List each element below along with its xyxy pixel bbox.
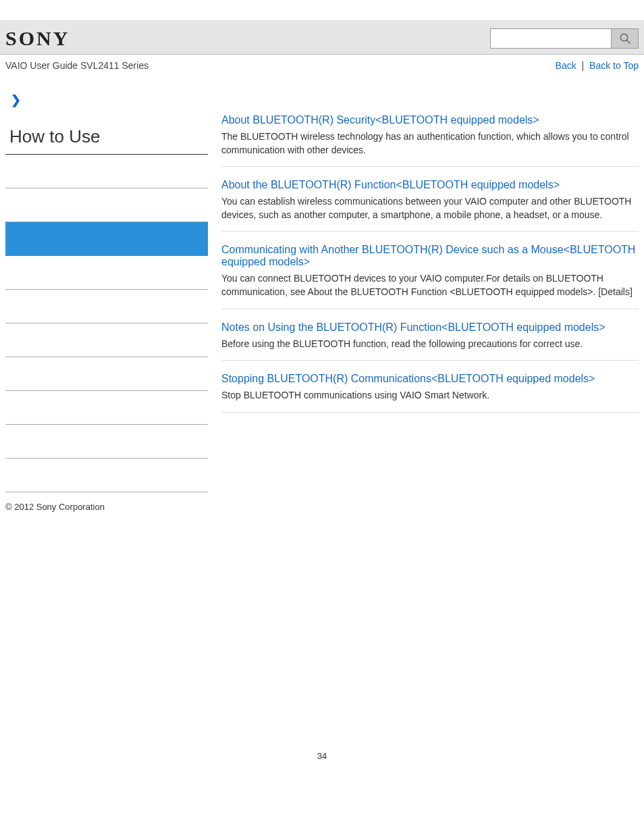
page-number: 34 bbox=[0, 751, 644, 781]
nav-list bbox=[5, 155, 208, 492]
header-bar: SONY bbox=[0, 20, 644, 55]
subheader: VAIO User Guide SVL2411 Series Back | Ba… bbox=[0, 55, 644, 76]
nav-item-5[interactable] bbox=[5, 323, 208, 357]
search-box bbox=[490, 28, 639, 49]
article-link[interactable]: Notes on Using the BLUETOOTH(R) Function… bbox=[221, 321, 606, 333]
nav-item-1[interactable] bbox=[5, 188, 208, 222]
article-body: The BLUETOOTH wireless technology has an… bbox=[221, 130, 639, 157]
nav-item-4[interactable] bbox=[5, 290, 208, 323]
nav-item-3[interactable] bbox=[5, 256, 208, 290]
svg-point-0 bbox=[620, 34, 628, 41]
copyright: © 2012 Sony Corporation bbox=[5, 502, 105, 512]
article: Stopping BLUETOOTH(R) Communications<BLU… bbox=[221, 373, 639, 413]
article-body: You can connect BLUETOOTH devices to you… bbox=[221, 272, 639, 298]
article-title: Notes on Using the BLUETOOTH(R) Function… bbox=[221, 321, 639, 334]
back-link[interactable]: Back bbox=[556, 60, 576, 71]
article: Notes on Using the BLUETOOTH(R) Function… bbox=[221, 321, 639, 361]
svg-line-1 bbox=[626, 40, 630, 43]
nav-item-0[interactable] bbox=[5, 155, 208, 188]
article-title: Communicating with Another BLUETOOTH(R) … bbox=[221, 244, 639, 268]
main-content: About BLUETOOTH(R) Security<BLUETOOTH eq… bbox=[221, 82, 639, 492]
article-body: You can establish wireless communication… bbox=[221, 195, 639, 221]
back-to-top-link[interactable]: Back to Top bbox=[589, 60, 639, 71]
nav-item-2[interactable] bbox=[5, 222, 208, 256]
article: About BLUETOOTH(R) Security<BLUETOOTH eq… bbox=[221, 114, 639, 167]
separator: | bbox=[582, 60, 585, 71]
article-body: Before using the BLUETOOTH function, rea… bbox=[221, 338, 639, 351]
logo: SONY bbox=[5, 27, 70, 50]
article-link[interactable]: About BLUETOOTH(R) Security<BLUETOOTH eq… bbox=[221, 114, 539, 126]
article-body: Stop BLUETOOTH communications using VAIO… bbox=[221, 389, 639, 402]
nav-item-6[interactable] bbox=[5, 357, 208, 391]
nav-links: Back | Back to Top bbox=[556, 60, 639, 71]
article-title: About the BLUETOOTH(R) Function<BLUETOOT… bbox=[221, 179, 639, 191]
article-title: Stopping BLUETOOTH(R) Communications<BLU… bbox=[221, 373, 639, 385]
search-input[interactable] bbox=[490, 28, 612, 49]
article-link[interactable]: About the BLUETOOTH(R) Function<BLUETOOT… bbox=[221, 179, 560, 190]
sidebar-title: How to Use bbox=[5, 113, 208, 155]
content: ❯ How to Use About BLUETOOTH(R) Security… bbox=[0, 82, 644, 492]
guide-title: VAIO User Guide SVL2411 Series bbox=[5, 60, 149, 71]
article-link[interactable]: Communicating with Another BLUETOOTH(R) … bbox=[221, 244, 635, 267]
nav-item-8[interactable] bbox=[5, 425, 208, 459]
search-button[interactable] bbox=[612, 28, 639, 49]
article-link[interactable]: Stopping BLUETOOTH(R) Communications<BLU… bbox=[221, 373, 595, 384]
arrow-icon: ❯ bbox=[5, 82, 208, 113]
sidebar: ❯ How to Use bbox=[5, 82, 208, 492]
nav-item-7[interactable] bbox=[5, 391, 208, 425]
article: About the BLUETOOTH(R) Function<BLUETOOT… bbox=[221, 179, 639, 232]
search-icon bbox=[619, 32, 631, 45]
article-title: About BLUETOOTH(R) Security<BLUETOOTH eq… bbox=[221, 114, 639, 126]
footer: © 2012 Sony Corporation bbox=[0, 492, 644, 521]
article-list: About BLUETOOTH(R) Security<BLUETOOTH eq… bbox=[221, 114, 639, 413]
article: Communicating with Another BLUETOOTH(R) … bbox=[221, 244, 639, 309]
nav-item-9[interactable] bbox=[5, 459, 208, 492]
